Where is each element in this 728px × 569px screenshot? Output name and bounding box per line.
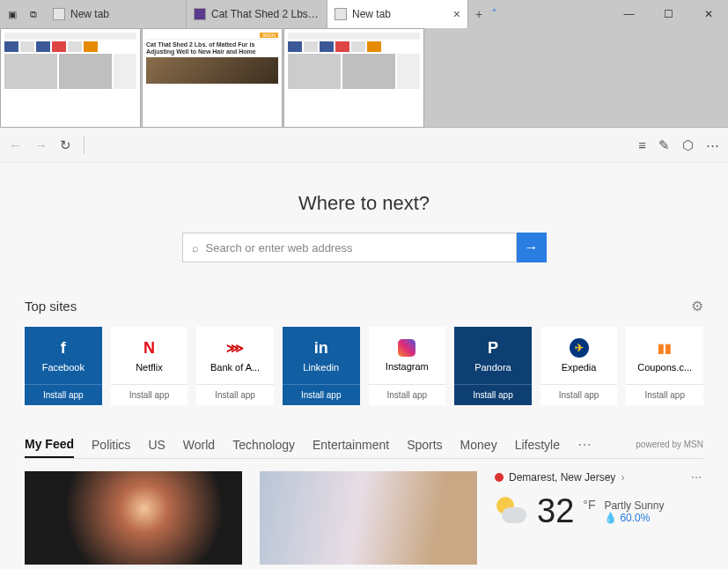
tab-preview-2[interactable] [283,28,424,128]
top-sites-grid: fFacebook Install app NNetflix Install a… [25,327,703,405]
page-heading: Where to next? [25,192,703,215]
weather-main: 32 °F Partly Sunny 💧60.0% [495,492,703,530]
navigation-toolbar: ← → ↻ ≡ ✎ ⬡ ⋯ [0,128,728,163]
pandora-icon: P [483,338,503,358]
weather-location-row: Demarest, New Jersey › ⋯ [495,471,703,484]
top-sites-header: Top sites ⚙ [25,298,703,314]
linkedin-icon: in [312,338,331,358]
new-tab-content: Where to next? ⌕ Search or enter web add… [0,163,728,569]
install-app-button[interactable]: Install app [196,384,274,405]
window-controls: — ☐ ✕ [609,0,728,28]
droplet-icon: 💧 [604,512,617,524]
tab-label: New tab [352,8,448,20]
feed-tab-us[interactable]: US [148,438,165,457]
tab-label: Cat That Shed 2 Lbs. of Mat [211,8,320,20]
tab-1[interactable]: Cat That Shed 2 Lbs. of Mat [187,0,327,28]
title-bar: ▣ ⧉ New tab Cat That Shed 2 Lbs. of Mat … [0,0,728,28]
feed-tab-money[interactable]: Money [460,438,497,457]
search-input[interactable]: ⌕ Search or enter web address [182,233,517,262]
search-go-button[interactable]: → [517,233,547,262]
feed-card-1[interactable] [260,471,477,565]
feed-tab-lifestyle[interactable]: Lifestyle [515,438,560,457]
set-aside-tabs-icon[interactable]: ⧉ [25,5,42,23]
search-row: ⌕ Search or enter web address → [25,233,703,262]
top-sites-title: Top sites [25,299,77,314]
collapse-previews-icon[interactable]: ˄ [491,7,497,21]
weather-temp: 32 [537,492,574,530]
tab-0[interactable]: New tab [46,0,187,28]
tab-preview-0[interactable] [0,28,141,128]
app-icon[interactable]: ▣ [4,5,21,23]
weather-more-icon[interactable]: ⋯ [691,471,703,484]
site-tile-linkedin[interactable]: inLinkedin Install app [283,327,360,405]
back-icon[interactable]: ← [9,137,22,152]
tab-strip: New tab Cat That Shed 2 Lbs. of Mat New … [46,0,468,28]
close-tab-icon[interactable]: × [453,7,460,21]
install-app-button[interactable]: Install app [111,384,188,405]
facebook-icon: f [54,338,73,358]
search-icon: ⌕ [192,241,199,255]
feed-card-0[interactable] [25,471,242,565]
install-app-button[interactable]: Install app [454,384,532,405]
forward-icon[interactable]: → [34,137,48,152]
titlebar-left-icons: ▣ ⧉ [0,0,46,28]
tab-favicon [335,8,347,20]
feed-row: Demarest, New Jersey › ⋯ 32 °F Partly Su… [25,471,703,565]
tab-preview-1[interactable]: SIGN Cat That Shed 2 Lbs. of Matted Fur … [142,28,283,128]
feed-tab-sports[interactable]: Sports [407,438,442,457]
weather-humidity: 💧60.0% [604,512,664,524]
weather-card[interactable]: Demarest, New Jersey › ⋯ 32 °F Partly Su… [495,471,703,565]
feed-tabs: My Feed Politics US World Technology Ent… [25,436,703,459]
feed-tab-world[interactable]: World [183,438,215,457]
divider [84,137,85,154]
share-icon[interactable]: ⬡ [682,137,694,153]
refresh-icon[interactable]: ↻ [60,137,71,153]
instagram-icon [398,339,415,357]
site-tile-expedia[interactable]: ✈Expedia Install app [540,327,618,405]
tab-previews-row: SIGN Cat That Shed 2 Lbs. of Matted Fur … [0,28,728,128]
partly-sunny-icon [495,495,528,528]
search-placeholder: Search or enter web address [206,241,353,255]
reading-list-icon[interactable]: ≡ [638,137,646,152]
more-icon[interactable]: ⋯ [706,137,719,153]
new-tab-icon[interactable]: + [475,7,482,21]
alert-dot-icon [495,473,504,482]
install-app-button[interactable]: Install app [540,384,618,405]
tab-2[interactable]: New tab × [327,0,468,28]
minimize-button[interactable]: — [609,0,649,28]
tab-label: New tab [70,8,179,20]
feed-tab-myfeed[interactable]: My Feed [25,437,74,458]
tab-favicon [194,8,206,20]
weather-location: Demarest, New Jersey [509,471,615,484]
site-tile-instagram[interactable]: Instagram Install app [369,327,446,405]
expedia-icon: ✈ [570,338,589,358]
bank-icon: ⋙ [225,338,245,358]
notes-icon[interactable]: ✎ [658,137,670,153]
install-app-button[interactable]: Install app [283,384,360,405]
site-tile-coupons[interactable]: ▮▮Coupons.c... Install app [626,327,703,405]
weather-unit: °F [583,498,595,512]
feed-tab-entertainment[interactable]: Entertainment [313,438,389,457]
weather-condition: Partly Sunny [604,499,664,512]
chevron-right-icon[interactable]: › [621,471,624,484]
close-window-button[interactable]: ✕ [688,0,728,28]
install-app-button[interactable]: Install app [626,384,703,405]
install-app-button[interactable]: Install app [25,384,102,405]
install-app-button[interactable]: Install app [369,384,446,405]
feed-tab-politics[interactable]: Politics [92,438,130,457]
feed-tab-technology[interactable]: Technology [232,438,295,457]
site-tile-facebook[interactable]: fFacebook Install app [25,327,102,405]
feed-tabs-more-icon[interactable]: ⋯ [577,436,592,453]
preview-headline: Cat That Shed 2 Lbs. of Matted Fur is Ad… [146,41,278,55]
coupons-icon: ▮▮ [655,338,674,358]
site-tile-pandora[interactable]: PPandora Install app [454,327,532,405]
site-tile-bankofamerica[interactable]: ⋙Bank of A... Install app [196,327,274,405]
tab-favicon [53,8,65,20]
site-tile-netflix[interactable]: NNetflix Install app [111,327,188,405]
netflix-icon: N [139,338,158,358]
powered-by-label: powered by MSN [636,440,703,449]
tab-actions: + ˄ [468,0,504,28]
settings-gear-icon[interactable]: ⚙ [691,298,703,314]
maximize-button[interactable]: ☐ [649,0,688,28]
